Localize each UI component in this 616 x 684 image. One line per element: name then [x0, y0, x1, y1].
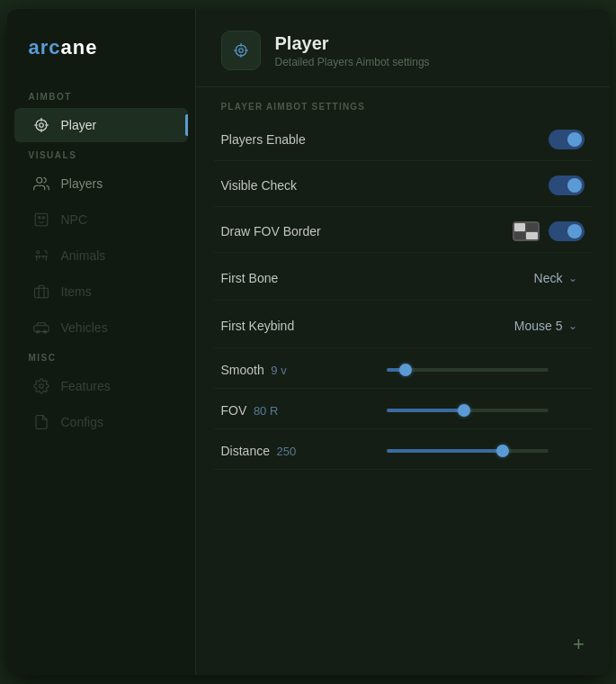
fov-cell-3 [514, 232, 526, 240]
sidebar: arcane AIMBOT Player VISUALS Players NPC [7, 9, 196, 675]
sidebar-item-features[interactable]: Features [14, 369, 188, 403]
sidebar-item-vehicles-label: Vehicles [61, 320, 108, 335]
svg-point-17 [238, 49, 243, 53]
svg-point-10 [36, 251, 39, 254]
smooth-thumb[interactable] [399, 364, 412, 376]
sidebar-item-configs[interactable]: Configs [14, 405, 188, 439]
draw-fov-border-toggle[interactable] [549, 221, 585, 241]
sidebar-item-animals[interactable]: Animals [14, 238, 188, 273]
first-keybind-label: First Keybind [221, 319, 295, 333]
section-label-aimbot: AIMBOT [7, 85, 195, 107]
vehicles-icon [32, 319, 50, 337]
setting-players-enable: Players Enable [214, 119, 592, 161]
distance-label: Distance 250 [221, 444, 297, 458]
sidebar-item-player[interactable]: Player [14, 108, 188, 142]
sidebar-item-npc[interactable]: NPC [14, 202, 188, 237]
setting-draw-fov-border: Draw FOV Border [214, 211, 592, 253]
main-header: Player Detailed Players Aimbot settings [196, 9, 610, 87]
fov-preview-box [513, 221, 540, 241]
distance-slider[interactable] [387, 449, 585, 453]
header-title: Player [275, 33, 430, 54]
players-enable-toggle[interactable] [549, 130, 585, 149]
first-keybind-value: Mouse 5 [514, 319, 563, 333]
fov-label: FOV 80 R [221, 403, 279, 418]
svg-rect-11 [34, 288, 48, 298]
setting-first-keybind: First Keybind Mouse 5 ⌄ [214, 304, 592, 348]
sidebar-item-players[interactable]: Players [14, 166, 188, 201]
users-icon [32, 175, 50, 193]
fov-fill [387, 409, 464, 412]
fov-cell-2 [526, 223, 538, 231]
setting-distance: Distance 250 [214, 433, 592, 470]
animals-icon [32, 247, 50, 265]
svg-point-1 [39, 123, 43, 128]
logo-arc: arc [29, 36, 61, 58]
setting-first-bone: First Bone Neck ⌄ [214, 256, 592, 301]
first-bone-chevron-icon: ⌄ [568, 272, 577, 284]
svg-point-8 [38, 217, 40, 219]
first-keybind-chevron-icon: ⌄ [568, 320, 577, 332]
header-subtitle: Detailed Players Aimbot settings [275, 56, 430, 68]
sidebar-item-features-label: Features [61, 379, 111, 393]
visible-check-knob [567, 178, 582, 193]
first-bone-label: First Bone [221, 271, 279, 285]
main-content: Player Detailed Players Aimbot settings … [196, 9, 610, 675]
sidebar-item-configs-label: Configs [61, 415, 103, 429]
header-text: Player Detailed Players Aimbot settings [275, 33, 430, 68]
sidebar-item-vehicles[interactable]: Vehicles [14, 310, 188, 345]
sidebar-item-npc-label: NPC [61, 212, 88, 227]
first-bone-value: Neck [534, 271, 563, 285]
visible-check-toggle[interactable] [549, 176, 585, 195]
header-icon-box [221, 31, 261, 70]
fov-thumb[interactable] [458, 404, 470, 417]
draw-fov-border-label: Draw FOV Border [221, 224, 321, 238]
target-icon [32, 116, 50, 134]
logo-ane: ane [61, 36, 98, 58]
players-enable-label: Players Enable [221, 132, 306, 147]
gear-icon [32, 377, 50, 395]
section-label-misc: MISC [7, 346, 195, 368]
sidebar-item-players-label: Players [61, 176, 103, 191]
setting-smooth: Smooth 9 v [214, 352, 592, 389]
svg-rect-12 [33, 326, 49, 332]
svg-point-15 [39, 384, 43, 389]
svg-point-6 [36, 177, 41, 183]
distance-thumb[interactable] [496, 445, 509, 457]
distance-track[interactable] [387, 449, 549, 453]
app-logo: arcane [7, 27, 195, 85]
visible-check-label: Visible Check [221, 178, 298, 193]
smooth-track[interactable] [387, 368, 549, 372]
fov-slider[interactable] [387, 409, 585, 412]
svg-rect-7 [35, 213, 48, 226]
fov-track[interactable] [387, 409, 549, 412]
first-bone-dropdown[interactable]: Neck ⌄ [527, 267, 585, 289]
file-icon [32, 413, 50, 431]
smooth-slider[interactable] [387, 368, 585, 372]
smooth-label: Smooth 9 v [221, 363, 287, 377]
fov-cell-1 [514, 223, 526, 231]
fov-cell-4 [526, 232, 538, 240]
app-window: arcane AIMBOT Player VISUALS Players NPC [7, 9, 610, 675]
sidebar-item-animals-label: Animals [61, 248, 106, 263]
sidebar-item-player-label: Player [61, 118, 97, 132]
sidebar-item-items[interactable]: Items [14, 274, 188, 309]
section-label-visuals: VISUALS [7, 143, 195, 166]
settings-list: Players Enable Visible Check Draw FOV Bo… [196, 119, 610, 470]
draw-fov-border-knob [567, 224, 582, 238]
setting-fov: FOV 80 R [214, 392, 592, 429]
fov-border-controls [513, 221, 585, 241]
settings-section-label: Player Aimbot Settings [196, 87, 610, 119]
players-enable-knob [567, 132, 582, 147]
svg-point-9 [42, 217, 44, 219]
sidebar-item-items-label: Items [61, 284, 92, 299]
first-keybind-dropdown[interactable]: Mouse 5 ⌄ [507, 315, 585, 337]
setting-visible-check: Visible Check [214, 165, 592, 207]
distance-fill [387, 449, 504, 453]
items-icon [32, 283, 50, 301]
npc-icon [32, 211, 50, 229]
plus-button[interactable]: + [567, 632, 592, 657]
main-content-extra: + [196, 470, 610, 675]
